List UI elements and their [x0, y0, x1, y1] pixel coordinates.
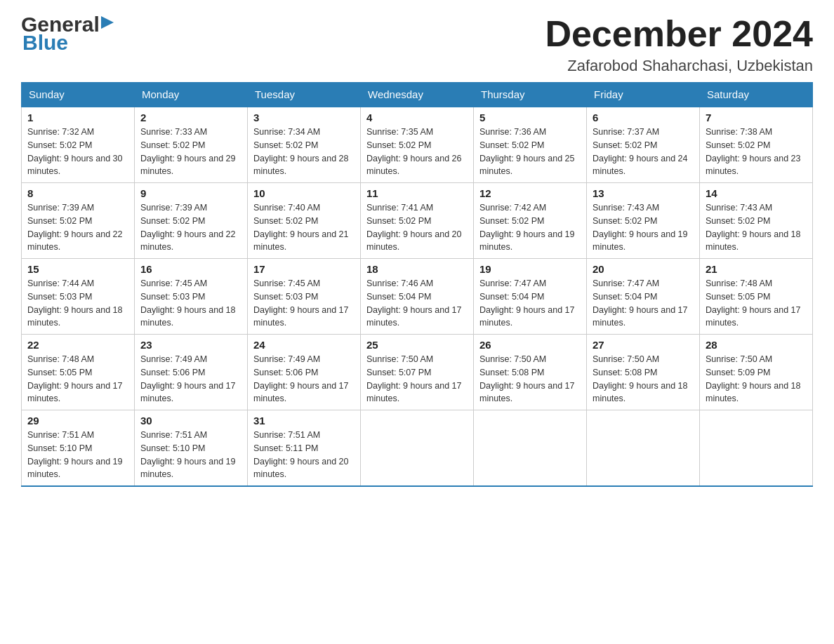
- daylight-label: Daylight: 9 hours and 20 minutes.: [253, 457, 349, 480]
- sunset-label: Sunset:: [27, 292, 60, 302]
- logo-blue-text: Blue: [21, 32, 68, 53]
- daylight-label: Daylight: 9 hours and 17 minutes.: [253, 381, 349, 404]
- day-info: Sunrise: 7:49 AM Sunset: 5:06 PM Dayligh…: [140, 353, 241, 405]
- sunrise-time: 7:42 AM: [514, 203, 546, 213]
- daylight-label: Daylight: 9 hours and 17 minutes.: [479, 305, 575, 328]
- day-info: Sunrise: 7:49 AM Sunset: 5:06 PM Dayligh…: [253, 353, 355, 405]
- sunrise-label: Sunrise:: [593, 279, 627, 288]
- calendar-cell: 6 Sunrise: 7:37 AM Sunset: 5:02 PM Dayli…: [587, 107, 700, 183]
- day-number: 16: [140, 263, 241, 275]
- day-info: Sunrise: 7:39 AM Sunset: 5:02 PM Dayligh…: [27, 201, 128, 254]
- sunrise-time: 7:50 AM: [627, 354, 659, 364]
- daylight-label: Daylight: 9 hours and 28 minutes.: [253, 154, 349, 177]
- calendar-cell: 25 Sunrise: 7:50 AM Sunset: 5:07 PM Dayl…: [361, 335, 474, 410]
- calendar-header-row: SundayMondayTuesdayWednesdayThursdayFrid…: [22, 83, 813, 107]
- sunrise-time: 7:45 AM: [175, 279, 207, 288]
- sunset-time: 5:02 PM: [173, 140, 206, 150]
- calendar-cell: 11 Sunrise: 7:41 AM Sunset: 5:02 PM Dayl…: [361, 183, 474, 259]
- day-info: Sunrise: 7:45 AM Sunset: 5:03 PM Dayligh…: [253, 277, 355, 330]
- day-number: 10: [253, 187, 355, 199]
- sunset-label: Sunset:: [706, 140, 738, 150]
- sunrise-time: 7:34 AM: [288, 127, 320, 137]
- sunrise-label: Sunrise:: [706, 354, 740, 364]
- sunrise-label: Sunrise:: [253, 203, 288, 213]
- day-info: Sunrise: 7:33 AM Sunset: 5:02 PM Dayligh…: [140, 126, 241, 178]
- calendar-cell: [361, 410, 474, 487]
- header: General Blue December 2024 Zafarobod Sha…: [21, 14, 813, 75]
- daylight-label: Daylight: 9 hours and 19 minutes.: [593, 229, 688, 253]
- calendar-cell: 13 Sunrise: 7:43 AM Sunset: 5:02 PM Dayl…: [587, 183, 700, 259]
- daylight-label: Daylight: 9 hours and 20 minutes.: [366, 229, 462, 253]
- day-info: Sunrise: 7:50 AM Sunset: 5:09 PM Dayligh…: [706, 353, 807, 405]
- sunset-time: 5:06 PM: [173, 368, 206, 377]
- calendar-week-row: 1 Sunrise: 7:32 AM Sunset: 5:02 PM Dayli…: [22, 107, 813, 183]
- sunset-time: 5:09 PM: [738, 368, 771, 377]
- day-info: Sunrise: 7:41 AM Sunset: 5:02 PM Dayligh…: [366, 201, 468, 254]
- sunrise-time: 7:50 AM: [514, 354, 546, 364]
- daylight-label: Daylight: 9 hours and 17 minutes.: [140, 381, 236, 404]
- sunset-label: Sunset:: [706, 216, 738, 226]
- sunset-time: 5:02 PM: [286, 140, 319, 150]
- daylight-label: Daylight: 9 hours and 17 minutes.: [366, 305, 462, 328]
- sunrise-label: Sunrise:: [140, 127, 175, 137]
- calendar-cell: 20 Sunrise: 7:47 AM Sunset: 5:04 PM Dayl…: [587, 259, 700, 335]
- sunset-label: Sunset:: [366, 216, 399, 226]
- day-info: Sunrise: 7:38 AM Sunset: 5:02 PM Dayligh…: [706, 126, 807, 178]
- sunrise-label: Sunrise:: [366, 279, 401, 288]
- calendar-cell: 2 Sunrise: 7:33 AM Sunset: 5:02 PM Dayli…: [135, 107, 248, 183]
- col-header-thursday: Thursday: [474, 83, 587, 107]
- sunrise-label: Sunrise:: [140, 354, 175, 364]
- daylight-label: Daylight: 9 hours and 17 minutes.: [479, 381, 575, 404]
- day-info: Sunrise: 7:39 AM Sunset: 5:02 PM Dayligh…: [140, 201, 241, 254]
- day-number: 23: [140, 339, 241, 351]
- calendar-cell: 28 Sunrise: 7:50 AM Sunset: 5:09 PM Dayl…: [700, 335, 813, 410]
- day-info: Sunrise: 7:51 AM Sunset: 5:11 PM Dayligh…: [253, 429, 355, 481]
- sunrise-label: Sunrise:: [479, 279, 514, 288]
- sunset-time: 5:04 PM: [625, 292, 658, 302]
- sunset-time: 5:02 PM: [625, 216, 658, 226]
- calendar-cell: 4 Sunrise: 7:35 AM Sunset: 5:02 PM Dayli…: [361, 107, 474, 183]
- sunrise-label: Sunrise:: [253, 127, 288, 137]
- sunset-label: Sunset:: [253, 292, 286, 302]
- day-info: Sunrise: 7:48 AM Sunset: 5:05 PM Dayligh…: [706, 277, 807, 330]
- daylight-label: Daylight: 9 hours and 22 minutes.: [140, 229, 236, 253]
- day-info: Sunrise: 7:45 AM Sunset: 5:03 PM Dayligh…: [140, 277, 241, 330]
- calendar-cell: 14 Sunrise: 7:43 AM Sunset: 5:02 PM Dayl…: [700, 183, 813, 259]
- sunrise-time: 7:32 AM: [62, 127, 94, 137]
- calendar-table: SundayMondayTuesdayWednesdayThursdayFrid…: [21, 82, 813, 487]
- day-number: 4: [366, 112, 468, 123]
- day-info: Sunrise: 7:42 AM Sunset: 5:02 PM Dayligh…: [479, 201, 581, 254]
- sunset-label: Sunset:: [253, 216, 286, 226]
- calendar-cell: 15 Sunrise: 7:44 AM Sunset: 5:03 PM Dayl…: [22, 259, 135, 335]
- day-number: 21: [706, 263, 807, 275]
- sunrise-label: Sunrise:: [27, 430, 62, 440]
- daylight-label: Daylight: 9 hours and 18 minutes.: [706, 381, 801, 404]
- day-number: 6: [593, 112, 694, 123]
- sunset-label: Sunset:: [479, 368, 512, 377]
- col-header-tuesday: Tuesday: [248, 83, 361, 107]
- calendar-cell: [587, 410, 700, 487]
- sunrise-label: Sunrise:: [593, 127, 627, 137]
- sunrise-time: 7:46 AM: [401, 279, 433, 288]
- sunset-label: Sunset:: [593, 216, 625, 226]
- calendar-cell: 12 Sunrise: 7:42 AM Sunset: 5:02 PM Dayl…: [474, 183, 587, 259]
- calendar-week-row: 8 Sunrise: 7:39 AM Sunset: 5:02 PM Dayli…: [22, 183, 813, 259]
- sunset-time: 5:05 PM: [738, 292, 771, 302]
- sunrise-time: 7:43 AM: [627, 203, 659, 213]
- calendar-cell: 23 Sunrise: 7:49 AM Sunset: 5:06 PM Dayl…: [135, 335, 248, 410]
- day-number: 27: [593, 339, 694, 351]
- day-number: 9: [140, 187, 241, 199]
- sunrise-label: Sunrise:: [366, 354, 401, 364]
- sunset-time: 5:04 PM: [399, 292, 432, 302]
- day-info: Sunrise: 7:46 AM Sunset: 5:04 PM Dayligh…: [366, 277, 468, 330]
- daylight-label: Daylight: 9 hours and 29 minutes.: [140, 154, 236, 177]
- day-number: 5: [479, 112, 581, 123]
- sunset-time: 5:10 PM: [173, 443, 206, 453]
- sunrise-time: 7:43 AM: [740, 203, 772, 213]
- sunrise-label: Sunrise:: [706, 203, 740, 213]
- daylight-label: Daylight: 9 hours and 22 minutes.: [27, 229, 123, 253]
- sunrise-time: 7:33 AM: [175, 127, 207, 137]
- day-info: Sunrise: 7:51 AM Sunset: 5:10 PM Dayligh…: [27, 429, 128, 481]
- sunrise-label: Sunrise:: [27, 354, 62, 364]
- sunset-label: Sunset:: [253, 443, 286, 453]
